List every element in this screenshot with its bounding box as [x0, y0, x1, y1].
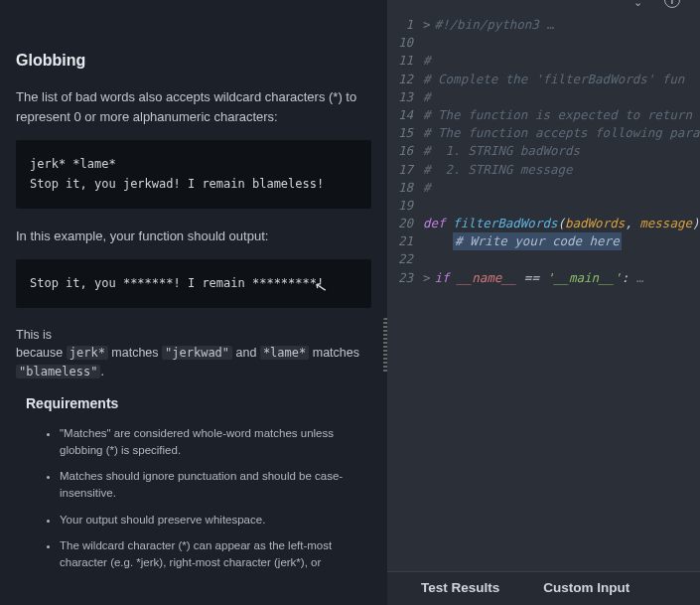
example-bridge-text: In this example, your function should ou…: [16, 227, 371, 246]
requirement-item: The wildcard character (*) can appear as…: [60, 537, 371, 570]
code-editor[interactable]: 11011121314151617181920212223 > #!/bin/p…: [387, 8, 700, 571]
editor-toolbar: ⌄ i: [387, 0, 700, 8]
problem-pane: Globbing The list of bad words also acce…: [0, 0, 387, 605]
requirement-item: Your output should preserve whitespace.: [60, 512, 371, 529]
requirements-heading: Requirements: [26, 395, 371, 411]
tab-test-results[interactable]: Test Results: [387, 572, 521, 605]
line-gutter: 11011121314151617181920212223: [387, 16, 423, 571]
tab-custom-input[interactable]: Custom Input: [521, 572, 651, 605]
editor-pane: ⌄ i 11011121314151617181920212223 > #!/b…: [387, 0, 700, 605]
explain-paragraph: This is because jerk* matches "jerkwad" …: [16, 326, 371, 381]
bottom-tabs: Test Results Custom Input: [387, 571, 700, 605]
example-output-box: Stop it, you *******! I remain *********…: [16, 259, 371, 307]
example-input-box: jerk* *lame* Stop it, you jerkwad! I rem…: [16, 140, 371, 209]
requirements-list: "Matches" are considered whole-word matc…: [16, 425, 371, 571]
info-icon[interactable]: i: [664, 0, 680, 8]
section-title-globbing: Globbing: [16, 52, 371, 70]
requirement-item: "Matches" are considered whole-word matc…: [60, 425, 371, 458]
intro-paragraph: The list of bad words also accepts wildc…: [16, 87, 371, 126]
chevron-down-icon[interactable]: ⌄: [633, 0, 642, 9]
pane-resize-handle[interactable]: [383, 318, 387, 374]
code-lines[interactable]: > #!/bin/python3 … ## Complete the 'filt…: [423, 16, 700, 571]
requirement-item: Matches should ignore punctuation and sh…: [60, 468, 371, 501]
